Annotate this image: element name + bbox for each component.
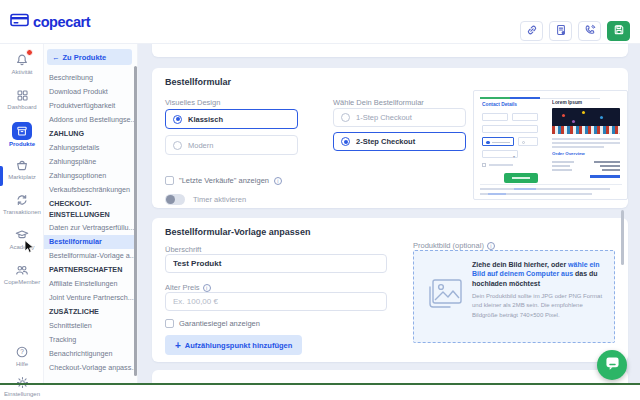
letzte-verkaeufe-checkbox[interactable]: "Letzte Verkäufe" anzeigen i — [165, 176, 282, 185]
main-content: Bestellformular Visuelles Design Klassis… — [138, 44, 640, 383]
sidebar-item-joint-venture[interactable]: Joint Venture Partnersch... — [44, 291, 138, 305]
toggle-knob — [166, 195, 175, 204]
preview-total-line — [590, 175, 620, 178]
report-button[interactable] — [549, 21, 572, 41]
copecart-logo[interactable]: copecart — [10, 13, 90, 31]
info-icon[interactable]: i — [274, 177, 282, 185]
preview-line — [480, 193, 592, 195]
sidebar-item-zahlungsdetails[interactable]: Zahlungsdetails — [44, 141, 138, 155]
preview-line — [480, 188, 610, 190]
preview-line — [552, 165, 570, 167]
screen-bottom-line — [0, 383, 640, 385]
sidebar-item-verkaufsbeschraenkungen[interactable]: Verkaufsbeschränkungen — [44, 183, 138, 197]
timer-toggle[interactable] — [165, 194, 185, 205]
sidebar-item-marktplatz[interactable]: Marktplatz — [0, 157, 44, 191]
sidebar-item-daten-vertragserfuellung[interactable]: Daten zur Vertragserfüllu... — [44, 221, 138, 235]
add-bullet-button[interactable]: + Aufzählungspunkt hinzufügen — [165, 335, 302, 355]
sidebar-item-benachrichtigungen[interactable]: Benachrichtigungen — [44, 347, 138, 361]
garantiesiegel-checkbox[interactable]: Garantiesiegel anzeigen — [165, 319, 260, 328]
sidebar-item-schnittstellen[interactable]: Schnittstellen — [44, 319, 138, 333]
checkbox-icon — [165, 319, 174, 328]
link-icon — [526, 22, 538, 40]
sidebar-item-bestellformular[interactable]: Bestellformular — [44, 235, 138, 249]
image-dropzone[interactable]: Ziehe dein Bild hierher, oder wähle ein … — [413, 250, 615, 343]
icon-rail: Aktivität Dashboard Produkte Marktplatz — [0, 44, 44, 383]
gear-icon — [14, 374, 30, 390]
radio-option-klassisch[interactable]: Klassisch — [165, 109, 298, 129]
preview-divider — [480, 184, 622, 185]
sidebar-header-partnerschaften: PARTNERSCHAFTEN — [44, 263, 138, 277]
sidebar-item-affiliate[interactable]: Affiliate Einstellungen — [44, 277, 138, 291]
info-icon[interactable]: i — [487, 242, 495, 250]
preview-line — [600, 165, 620, 167]
sidebar-item-addons[interactable]: Addons und Bestellungse... — [44, 113, 138, 127]
radio-option-modern[interactable]: Modern — [165, 135, 298, 155]
save-button[interactable] — [607, 21, 630, 41]
card-title: Bestellformular-Vorlage anpassen — [165, 227, 310, 237]
info-icon[interactable]: i — [203, 284, 211, 292]
plus-icon: + — [175, 340, 181, 351]
alter-preis-label: Alter Preis i — [165, 283, 211, 292]
sidebar-item-aktivitaet[interactable]: Aktivität — [0, 52, 44, 86]
phone-button[interactable] — [578, 21, 601, 41]
sidebar-item-produktverfuegbarkeit[interactable]: Produktverfügbarkeit — [44, 99, 138, 113]
ueberschrift-label: Überschrift — [165, 245, 201, 254]
sidebar-item-dashboard[interactable]: Dashboard — [0, 87, 44, 121]
sidebar-item-beschreibung[interactable]: Beschreibung — [44, 71, 138, 85]
save-icon — [613, 22, 625, 40]
preview-order-overview: Order Overview — [552, 151, 585, 156]
radio-icon — [173, 141, 182, 150]
preview-select: ▾ — [482, 150, 518, 158]
chat-launcher[interactable] — [597, 350, 627, 380]
grid-icon — [14, 87, 30, 103]
share-link-button[interactable] — [520, 21, 543, 41]
header-actions — [520, 21, 630, 41]
sidebar-item-tracking[interactable]: Tracking — [44, 333, 138, 347]
radio-option-2step[interactable]: 2-Step Checkout — [333, 132, 466, 151]
sidebar-item-bestellformular-vorlage[interactable]: Bestellformular-Vorlage a... — [44, 249, 138, 263]
dropzone-text: Ziehe dein Bild hierher, oder wähle ein … — [472, 260, 608, 288]
preview-field — [482, 113, 508, 121]
mouse-cursor — [24, 240, 36, 258]
back-to-products-link[interactable]: ← Zu Produkte — [47, 49, 132, 65]
preview-product-title: Lorem Ipsum — [552, 100, 582, 105]
notification-badge — [26, 49, 33, 56]
alter-preis-input[interactable] — [165, 292, 387, 311]
sidebar-nav-list: Beschreibung Download Produkt Produktver… — [44, 71, 138, 375]
card-title: Bestellformular — [165, 77, 231, 87]
bestellformular-typ-label: Wähle Dein Bestellformular — [333, 98, 424, 107]
image-placeholder-icon — [426, 277, 464, 317]
preview-line — [602, 169, 620, 171]
sidebar-scrollbar[interactable] — [134, 66, 137, 376]
sidebar-item-hilfe[interactable]: ? Hilfe — [0, 344, 44, 378]
top-header: copecart — [0, 0, 640, 44]
ueberschrift-input[interactable] — [165, 254, 387, 273]
preview-image — [552, 108, 620, 134]
basket-icon — [14, 157, 30, 173]
sidebar-item-zahlungsplaene[interactable]: Zahlungspläne — [44, 155, 138, 169]
chat-icon — [605, 356, 620, 374]
sidebar-item-academy[interactable]: Academy — [0, 227, 44, 261]
sidebar-item-produkte[interactable]: Produkte — [0, 122, 44, 156]
sidebar-item-transaktionen[interactable]: Transaktionen — [0, 192, 44, 226]
preview-buy-button — [504, 173, 538, 183]
sidebar-item-download-produkt[interactable]: Download Produkt — [44, 85, 138, 99]
radio-icon — [173, 115, 182, 124]
preview-progress-blue — [510, 97, 540, 99]
preview-radio-selected — [482, 137, 514, 146]
members-icon — [14, 262, 30, 278]
document-icon — [555, 22, 567, 40]
preview-line — [552, 161, 574, 163]
radio-option-1step[interactable]: 1-Step Checkout — [333, 108, 466, 127]
sidebar-item-einstellungen[interactable]: Einstellungen — [0, 374, 44, 400]
preview-line — [552, 146, 604, 148]
sidebar-item-copemember[interactable]: CopeMember — [0, 262, 44, 296]
sidebar-item-zahlungsoptionen[interactable]: Zahlungsoptionen — [44, 169, 138, 183]
arrow-left-icon: ← — [52, 53, 60, 62]
app-window: copecart — [0, 0, 640, 400]
dropzone-hint: Dein Produktbild sollte im JPG oder PNG … — [472, 292, 606, 320]
help-icon: ? — [14, 344, 30, 360]
sidebar-item-checkout-vorlage[interactable]: Checkout-Vorlage anpass... — [44, 361, 138, 375]
preview-checkbox — [482, 163, 486, 167]
content-scrollbar[interactable] — [621, 210, 624, 265]
